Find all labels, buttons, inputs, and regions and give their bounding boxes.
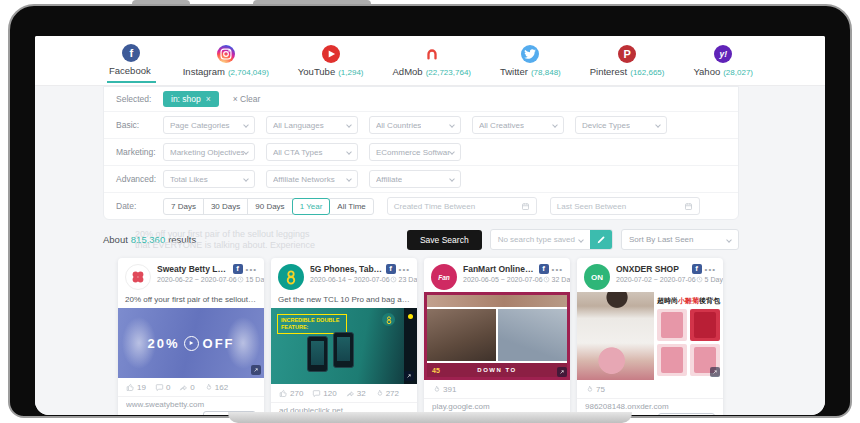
ad-creative[interactable]: 超時尚小雛菊後背包	[577, 292, 723, 380]
creative-text: 20%	[147, 336, 179, 351]
selected-filters-row: Selected: in: shop× × Clear	[104, 87, 738, 111]
last-seen-between-input[interactable]: Last Seen Between	[550, 197, 700, 215]
card-menu-button[interactable]: •••	[552, 265, 563, 274]
tab-facebook[interactable]: f Facebook	[107, 40, 156, 83]
ad-domain-link[interactable]: www.sweatybetty.com	[126, 400, 256, 409]
advertiser-name[interactable]: FanMart Online Shopping - F...	[463, 264, 536, 274]
open-creative-icon[interactable]	[404, 371, 414, 381]
like-icon	[279, 389, 288, 398]
creative-text: 超時尚小雛菊後背包	[657, 296, 720, 306]
tab-label: AdMob(22,723,764)	[393, 66, 471, 77]
all-countries-dropdown[interactable]: All Countries	[369, 116, 461, 134]
date-7-days-button[interactable]: 7 Days	[163, 198, 204, 215]
ad-date-range: 2020-07-02 ~ 2020-07-06	[616, 276, 696, 283]
advertiser-avatar	[125, 264, 151, 290]
card-menu-button[interactable]: •••	[246, 265, 257, 274]
open-creative-icon[interactable]	[557, 367, 567, 377]
sort-by-dropdown[interactable]: Sort By Last Seen	[621, 229, 739, 250]
heat-icon	[204, 383, 213, 392]
comment-icon	[155, 383, 164, 392]
chevron-down-icon	[449, 149, 455, 155]
clock-icon	[237, 276, 244, 283]
share-stat: 32	[346, 389, 366, 398]
all-creatives-dropdown[interactable]: All Creatives	[472, 116, 564, 134]
chevron-down-icon	[655, 122, 661, 128]
engagement-stats: 75	[577, 380, 723, 398]
tab-instagram[interactable]: Instagram(2,704,049)	[181, 41, 271, 82]
tab-twitter[interactable]: Twitter(78,848)	[498, 41, 563, 82]
ad-headline: Use code: POWER20	[126, 415, 199, 416]
date-1-year-button[interactable]: 1 Year	[292, 198, 331, 215]
ad-results-grid: Sweaty Betty London | Wom... f ••• 2020-…	[118, 258, 825, 415]
comment-stat: 0	[155, 383, 170, 392]
save-search-button[interactable]: Save Search	[407, 230, 482, 250]
tab-pinterest[interactable]: P Pinterest(162,665)	[588, 41, 667, 82]
affiliate-networks-dropdown[interactable]: Affiliate Networks	[266, 170, 358, 188]
created-time-between-input[interactable]: Created Time Between	[387, 197, 537, 215]
page-categories-dropdown[interactable]: Page Categories	[163, 116, 255, 134]
learn-more-button[interactable]: Learn More	[658, 413, 715, 415]
edit-saved-search-button[interactable]	[590, 230, 612, 249]
all-cta-types-dropdown[interactable]: All CTA Types	[266, 143, 358, 161]
comment-stat: 120	[312, 389, 336, 398]
tab-youtube[interactable]: YouTube(1,294)	[296, 41, 366, 82]
advertiser-name[interactable]: 5G Phones, Tablets & SIMs | ...	[310, 264, 383, 274]
engagement-stats: 270 120 32 272	[271, 384, 417, 402]
clear-filters-link[interactable]: × Clear	[233, 94, 261, 104]
ad-duration: 5 Days	[696, 276, 723, 283]
facebook-badge-icon: f	[386, 264, 396, 274]
card-menu-button[interactable]: •••	[705, 265, 716, 274]
ecommerce-softwares-dropdown[interactable]: ECommerce Softwares	[369, 143, 461, 161]
creative-text: DOWN TO	[477, 367, 516, 373]
basic-label: Basic:	[116, 120, 163, 130]
date-90-days-button[interactable]: 90 Days	[247, 198, 292, 215]
creative-price: 45	[432, 367, 440, 374]
date-30-days-button[interactable]: 30 Days	[203, 198, 248, 215]
ad-creative[interactable]: 20% OFF	[118, 308, 264, 378]
device-mockup: f Facebook Instagram(2,704,049) YouTube(…	[0, 0, 860, 423]
chevron-down-icon	[346, 122, 352, 128]
ad-text-tooltip: 20% off your first pair of the sellout l…	[135, 229, 415, 251]
heat-stat: 75	[585, 385, 605, 394]
card-menu-button[interactable]: •••	[399, 265, 410, 274]
ad-domain-link[interactable]: play.google.com	[432, 402, 562, 411]
open-creative-icon[interactable]	[710, 367, 720, 377]
ad-date-range: 2020-06-22 ~ 2020-07-06	[157, 276, 237, 283]
saved-search-dropdown[interactable]: No search type saved	[491, 230, 590, 249]
play-icon[interactable]	[184, 336, 199, 351]
total-likes-dropdown[interactable]: Total Likes	[163, 170, 255, 188]
facebook-badge-icon: f	[692, 264, 702, 274]
page-content: Selected: in: shop× × Clear Basic: Page …	[35, 86, 825, 415]
open-creative-icon[interactable]	[251, 365, 261, 375]
advertiser-name[interactable]: ONXDER SHOP	[616, 264, 689, 274]
affiliate-dropdown[interactable]: Affiliate	[369, 170, 461, 188]
tab-admob[interactable]: AdMob(22,723,764)	[391, 41, 473, 82]
ad-domain-link[interactable]: 986208148.onxder.com	[585, 402, 715, 411]
date-all-time-button[interactable]: All Time	[329, 198, 373, 215]
heat-stat: 391	[432, 385, 456, 394]
advertiser-name[interactable]: Sweaty Betty London | Wom...	[157, 264, 230, 274]
advanced-label: Advanced:	[116, 174, 163, 184]
marketing-objectives-dropdown[interactable]: Marketing Objectives	[163, 143, 255, 161]
advertiser-avatar: Fan	[431, 264, 457, 290]
tab-yahoo[interactable]: y! Yahoo(28,027)	[691, 41, 755, 82]
app-screen: f Facebook Instagram(2,704,049) YouTube(…	[35, 36, 825, 415]
engagement-stats: 391	[424, 380, 570, 398]
chip-remove-icon[interactable]: ×	[206, 94, 211, 104]
selected-label: Selected:	[116, 94, 163, 104]
card-header: Sweaty Betty London | Wom... f ••• 2020-…	[118, 258, 264, 292]
ad-creative[interactable]: INCREDIBLE DOUBLE FEATURE:	[271, 308, 417, 384]
ad-creative[interactable]: 45 DOWN TO	[424, 292, 570, 380]
ad-card: Fan FanMart Online Shopping - F... f •••…	[424, 258, 570, 415]
filter-panel: Selected: in: shop× × Clear Basic: Page …	[103, 86, 739, 220]
device-types-dropdown[interactable]: Device Types	[575, 116, 667, 134]
basic-filters-row: Basic: Page Categories All Languages All…	[104, 111, 738, 138]
chevron-down-icon	[243, 176, 249, 182]
tab-label: Facebook	[109, 65, 154, 76]
heat-stat: 272	[375, 389, 399, 398]
ad-text: 20% off your first pair of the sellout l…	[118, 292, 264, 308]
heat-icon	[432, 385, 441, 394]
selected-chip-in-shop[interactable]: in: shop×	[163, 91, 219, 107]
all-languages-dropdown[interactable]: All Languages	[266, 116, 358, 134]
chevron-down-icon	[726, 237, 732, 243]
